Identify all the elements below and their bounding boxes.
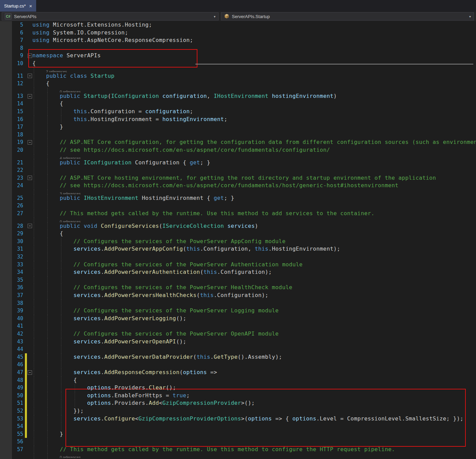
line-number[interactable]: 42	[0, 330, 23, 338]
code-line[interactable]: // Configures the services of the PowerS…	[32, 261, 476, 269]
code-line[interactable]: namespace ServerAPIs	[32, 52, 476, 60]
tab-startup-cs[interactable]: Startup.cs* ×	[0, 0, 36, 12]
codelens-references[interactable]: 0 references	[60, 455, 80, 458]
code-line[interactable]: 4 references	[32, 154, 476, 159]
codelens-references[interactable]: 0 references	[60, 89, 80, 92]
code-line[interactable]: using Microsoft.AspNetCore.ResponseCompr…	[32, 36, 476, 44]
line-number[interactable]: 52	[0, 407, 23, 415]
code-line[interactable]: services.AddPowerServerOpenAPI();	[32, 338, 476, 346]
collapse-toggle-icon[interactable]	[28, 140, 32, 145]
line-number[interactable]: 44	[0, 345, 23, 353]
line-number[interactable]: 19	[0, 138, 23, 146]
line-number[interactable]: 40	[0, 315, 23, 323]
close-icon[interactable]: ×	[29, 3, 32, 9]
code-line[interactable]: public class Startup	[32, 72, 476, 80]
code-line[interactable]	[32, 44, 476, 52]
collapse-toggle-icon[interactable]	[28, 74, 32, 78]
code-line[interactable]	[32, 361, 476, 369]
code-line[interactable]: // This method gets called by the runtim…	[32, 446, 476, 454]
code-line[interactable]: options.Providers.Add<GzipCompressionPro…	[32, 399, 476, 407]
chevron-down-icon[interactable]: ▾	[214, 15, 215, 18]
code-line[interactable]: services.AddResponseCompression(options …	[32, 369, 476, 376]
code-line[interactable]: public void ConfigureServices(IServiceCo…	[32, 222, 476, 230]
code-line[interactable]	[32, 166, 476, 174]
code-line[interactable]: // This method gets called by the runtim…	[32, 210, 476, 218]
line-number[interactable]: 47	[0, 369, 23, 376]
code-line[interactable]: services.AddPowerServerLogging();	[32, 315, 476, 323]
line-number[interactable]: 29	[0, 230, 23, 238]
line-number[interactable]	[0, 218, 23, 222]
code-line[interactable]: public IConfiguration Configuration { ge…	[32, 159, 476, 167]
code-line[interactable]: 2 references	[32, 68, 476, 72]
code-line[interactable]: 3 references	[32, 190, 476, 194]
line-number[interactable]: 35	[0, 276, 23, 284]
line-number[interactable]: 28	[0, 222, 23, 230]
collapse-toggle-icon[interactable]	[28, 54, 32, 58]
line-number[interactable]: 45	[0, 353, 23, 361]
line-number[interactable]: 41	[0, 322, 23, 330]
code-line[interactable]: // ASP.NET Core hosting environment, for…	[32, 174, 476, 182]
line-number[interactable]: 39	[0, 307, 23, 315]
code-line[interactable]: // Configures the services of the PowerS…	[32, 330, 476, 338]
line-number[interactable]: 43	[0, 338, 23, 346]
code-line[interactable]: {	[32, 376, 476, 384]
code-line[interactable]: 0 references	[32, 453, 476, 458]
line-number[interactable]: 30	[0, 238, 23, 246]
line-number[interactable]: 6	[0, 29, 23, 37]
line-number[interactable]: 20	[0, 146, 23, 154]
line-number[interactable]: 33	[0, 261, 23, 269]
code-line[interactable]: // Configures the services of the PowerS…	[32, 238, 476, 246]
code-line[interactable]: }	[32, 123, 476, 131]
line-number[interactable]: 13	[0, 92, 23, 100]
line-number[interactable]: 9	[0, 52, 23, 60]
code-line[interactable]: using System.IO.Compression;	[32, 29, 476, 37]
line-number[interactable]: 57	[0, 446, 23, 454]
code-line[interactable]: {	[32, 60, 476, 68]
line-number[interactable]	[0, 453, 23, 458]
code-line[interactable]: options.Providers.Clear();	[32, 384, 476, 392]
line-number[interactable]: 8	[0, 44, 23, 52]
code-line[interactable]: // see https://docs.microsoft.com/en-us/…	[32, 182, 476, 190]
line-number[interactable]: 50	[0, 392, 23, 400]
code-line[interactable]: services.AddPowerServersHealthChecks(thi…	[32, 292, 476, 299]
line-number[interactable]: 31	[0, 245, 23, 253]
line-number[interactable]: 24	[0, 182, 23, 190]
line-number[interactable]: 15	[0, 108, 23, 116]
project-dropdown[interactable]: C# ServerAPIs ▾	[2, 12, 219, 20]
line-number[interactable]	[0, 190, 23, 194]
line-number[interactable]: 21	[0, 159, 23, 167]
line-number[interactable]: 36	[0, 284, 23, 292]
line-number[interactable]: 49	[0, 384, 23, 392]
code-line[interactable]	[32, 202, 476, 210]
code-line[interactable]	[32, 438, 476, 446]
code-line[interactable]: {	[32, 80, 476, 88]
line-number[interactable]	[0, 154, 23, 159]
line-number[interactable]: 22	[0, 166, 23, 174]
line-number[interactable]: 10	[0, 60, 23, 68]
line-number[interactable]: 56	[0, 438, 23, 446]
code-line[interactable]: {	[32, 100, 476, 108]
line-number[interactable]: 16	[0, 116, 23, 123]
line-number[interactable]: 26	[0, 202, 23, 210]
code-line[interactable]	[32, 253, 476, 261]
code-line[interactable]	[32, 322, 476, 330]
code-line[interactable]: public IHostEnvironment HostingEnvironme…	[32, 194, 476, 202]
line-number[interactable]: 5	[0, 21, 23, 29]
line-number[interactable]: 55	[0, 430, 23, 438]
collapse-toggle-icon[interactable]	[28, 94, 32, 99]
line-number[interactable]: 12	[0, 80, 23, 88]
code-line[interactable]: using Microsoft.Extensions.Hosting;	[32, 21, 476, 29]
collapse-toggle-icon[interactable]	[28, 176, 32, 180]
line-number[interactable]: 25	[0, 194, 23, 202]
code-line[interactable]: public Startup(IConfiguration configurat…	[32, 92, 476, 100]
line-number[interactable]: 53	[0, 415, 23, 423]
collapse-toggle-icon[interactable]	[28, 370, 32, 375]
code-line[interactable]: // see https://docs.microsoft.com/en-us/…	[32, 146, 476, 154]
line-number[interactable]: 54	[0, 423, 23, 430]
code-line[interactable]: 0 references	[32, 218, 476, 222]
code-line[interactable]: options.EnableForHttps = true;	[32, 392, 476, 400]
code-line[interactable]: this.HostingEnvironment = hostingEnviron…	[32, 116, 476, 123]
codelens-references[interactable]: 0 references	[60, 219, 80, 222]
chevron-down-icon[interactable]: ▾	[469, 15, 471, 18]
line-number[interactable]: 46	[0, 361, 23, 369]
